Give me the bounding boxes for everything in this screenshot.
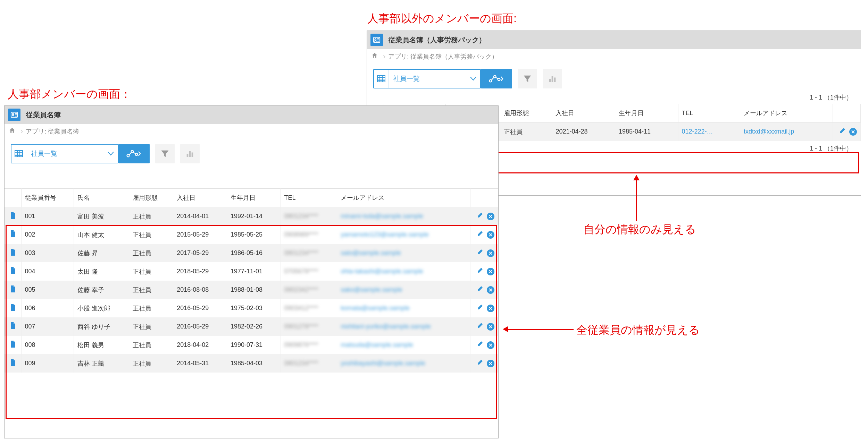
- cell-hired: 2014-04-01: [173, 207, 227, 226]
- annotation-hr-screen: 人事部メンバーの画面：: [8, 87, 131, 102]
- chart-button[interactable]: [180, 144, 200, 163]
- filter-button[interactable]: [518, 69, 537, 88]
- svg-rect-15: [552, 76, 553, 82]
- edit-icon[interactable]: [476, 212, 483, 221]
- delete-icon[interactable]: [487, 268, 494, 275]
- table-row[interactable]: 001富田 美波正社員2014-04-011992-01-140801234**…: [5, 207, 498, 226]
- edit-icon[interactable]: [476, 341, 483, 349]
- edit-icon[interactable]: [476, 304, 483, 313]
- svg-point-20: [12, 113, 14, 115]
- record-icon[interactable]: [10, 324, 16, 331]
- cell-empno: 008: [21, 336, 74, 354]
- record-icon[interactable]: [10, 342, 16, 349]
- cell-type: 正社員: [129, 354, 173, 373]
- cell-mail: komata@sample.sample: [337, 299, 470, 317]
- record-icon[interactable]: [10, 268, 16, 275]
- cell-empno: 007: [21, 317, 74, 336]
- view-select[interactable]: 社員一覧: [11, 144, 118, 163]
- delete-icon[interactable]: [487, 360, 494, 367]
- cell-tel: 0909876****: [281, 336, 337, 354]
- cell-empno: 001: [21, 207, 74, 226]
- cell-hired: 2016-08-08: [173, 281, 227, 299]
- cell-type: 正社員: [129, 262, 173, 281]
- cell-hired: 2015-05-29: [173, 225, 227, 244]
- table-row[interactable]: 003佐藤 昇正社員2017-05-291986-05-160801234***…: [5, 244, 498, 262]
- table-row[interactable]: 008松田 義男正社員2018-04-021990-07-310909876**…: [5, 336, 498, 354]
- table-row[interactable]: 009吉林 正義正社員2014-05-311985-04-030801234**…: [5, 354, 498, 373]
- chart-button[interactable]: [543, 69, 562, 88]
- list-view-icon: [11, 145, 26, 163]
- view-select-label: 社員一覧: [26, 149, 104, 158]
- record-icon[interactable]: [10, 213, 16, 220]
- panel-hr: 従業員名簿 › アプリ: 従業員名簿 社員一覧: [4, 105, 499, 438]
- header-bar: 従業員名簿: [5, 106, 498, 124]
- cell-birth: 1988-01-08: [227, 281, 281, 299]
- home-icon[interactable]: [371, 52, 378, 61]
- delete-icon[interactable]: [487, 341, 494, 349]
- cell-name: 佐藤 幸子: [74, 281, 129, 299]
- edit-icon[interactable]: [476, 359, 483, 368]
- cell-empno: 005: [21, 281, 74, 299]
- cell-type: 正社員: [129, 317, 173, 336]
- graph-button[interactable]: [118, 144, 150, 163]
- table-row[interactable]: 006小股 進次郎正社員2016-05-291975-02-030903412*…: [5, 299, 498, 317]
- delete-icon[interactable]: [849, 128, 857, 136]
- cell-mail: sako@sample.sample: [337, 281, 470, 299]
- cell-name: 富田 美波: [74, 207, 129, 226]
- edit-icon[interactable]: [839, 127, 846, 136]
- col-actions: [833, 104, 861, 122]
- delete-icon[interactable]: [487, 213, 494, 220]
- record-icon[interactable]: [10, 287, 16, 294]
- col-actions: [470, 189, 498, 207]
- view-select[interactable]: 社員一覧: [373, 69, 481, 88]
- cell-tel: 0802342****: [281, 281, 337, 299]
- cell-name: 小股 進次郎: [74, 299, 129, 317]
- table-row[interactable]: 005佐藤 幸子正社員2016-08-081988-01-080802342**…: [5, 281, 498, 299]
- breadcrumb: › アプリ: 従業員名簿（人事労務パック）: [367, 49, 861, 64]
- cell-empno: 002: [21, 225, 74, 244]
- cell-tel: 012-222-…: [678, 122, 740, 141]
- cell-mail: matsuda@sample.sample: [337, 336, 470, 354]
- record-icon[interactable]: [10, 250, 16, 257]
- cell-empno: 006: [21, 299, 74, 317]
- cell-name: 山本 健太: [74, 225, 129, 244]
- cell-tel: 0908989****: [281, 225, 337, 244]
- cell-hired: 2016-05-29: [173, 299, 227, 317]
- delete-icon[interactable]: [487, 231, 494, 239]
- edit-icon[interactable]: [476, 249, 483, 257]
- record-icon[interactable]: [10, 232, 16, 239]
- delete-icon[interactable]: [487, 305, 494, 312]
- edit-icon[interactable]: [476, 267, 483, 276]
- cell-type: 正社員: [500, 122, 552, 141]
- cell-mail: nishitani-yuriko@sample.sample: [337, 317, 470, 336]
- table-row[interactable]: 004太田 隆正社員2018-05-291977-11-010705678***…: [5, 262, 498, 281]
- edit-icon[interactable]: [476, 322, 483, 331]
- col-empno: 従業員番号: [21, 189, 74, 207]
- cell-hired: 2016-05-29: [173, 317, 227, 336]
- filter-button[interactable]: [155, 144, 175, 163]
- breadcrumb: › アプリ: 従業員名簿: [5, 124, 498, 139]
- home-icon[interactable]: [9, 127, 16, 136]
- col-hired: 入社日: [552, 104, 615, 122]
- delete-icon[interactable]: [487, 323, 494, 331]
- record-icon[interactable]: [10, 360, 16, 367]
- edit-icon[interactable]: [476, 230, 483, 239]
- annotation-non-hr-screen: 人事部以外のメンバーの画面:: [367, 11, 517, 26]
- graph-button[interactable]: [481, 69, 512, 88]
- record-icon[interactable]: [10, 305, 16, 312]
- cell-hired: 2018-05-29: [173, 262, 227, 281]
- cell-mail: txdtxd@xxxmail.jp: [740, 122, 833, 141]
- delete-icon[interactable]: [487, 286, 494, 294]
- table-row[interactable]: 002山本 健太正社員2015-05-291985-05-250908989**…: [5, 225, 498, 244]
- edit-icon[interactable]: [476, 285, 483, 294]
- col-type: 雇用形態: [129, 189, 173, 207]
- cell-birth: 1985-04-03: [227, 354, 281, 373]
- table-row[interactable]: 007西谷 ゆり子正社員2016-05-291982-02-260901278*…: [5, 317, 498, 336]
- cell-birth: 1977-11-01: [227, 262, 281, 281]
- cell-birth: 1985-04-11: [615, 122, 678, 141]
- cell-name: 松田 義男: [74, 336, 129, 354]
- cell-type: 正社員: [129, 244, 173, 262]
- delete-icon[interactable]: [487, 249, 494, 257]
- arrow-own-info-head: [633, 175, 640, 180]
- col-name: 氏名: [74, 189, 129, 207]
